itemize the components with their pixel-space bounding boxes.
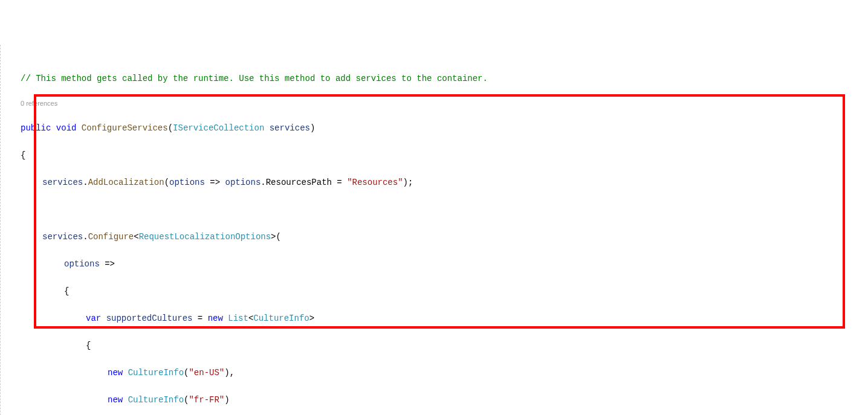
code-line: services.Configure<RequestLocalizationOp… bbox=[6, 230, 868, 244]
comment: // This method gets called by the runtim… bbox=[21, 74, 488, 83]
code-line: { bbox=[6, 149, 868, 162]
code-line: new CultureInfo("fr-FR") bbox=[6, 393, 868, 407]
code-line: { bbox=[6, 285, 868, 298]
code-line: services.AddLocalization(options => opti… bbox=[6, 176, 868, 190]
code-editor[interactable]: // This method gets called by the runtim… bbox=[0, 39, 868, 415]
code-line: options => bbox=[6, 257, 868, 271]
outline-gutter bbox=[0, 45, 7, 415]
code-line: { bbox=[6, 339, 868, 353]
code-line: var supportedCultures = new List<Culture… bbox=[6, 312, 868, 326]
codelens-references[interactable]: 0 references bbox=[6, 99, 868, 108]
code-line: new CultureInfo("en-US"), bbox=[6, 366, 868, 380]
code-line: public void ConfigureServices(IServiceCo… bbox=[6, 121, 868, 135]
code-line: // This method gets called by the runtim… bbox=[6, 72, 868, 86]
code-line bbox=[6, 203, 868, 217]
